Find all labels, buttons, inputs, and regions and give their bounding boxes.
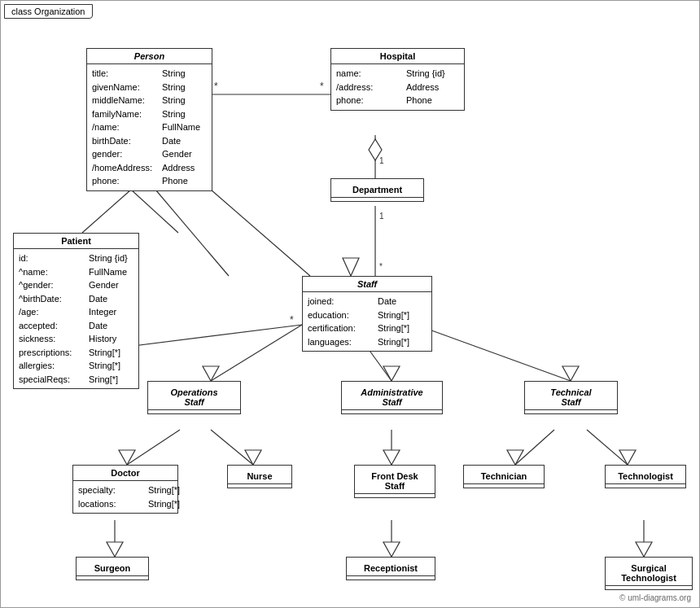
svg-marker-17	[203, 366, 219, 381]
front-desk-staff-class: Front DeskStaff	[354, 465, 435, 498]
technologist-title: Technologist	[606, 469, 685, 484]
patient-class: Patient id:String {id} ^name:FullName ^g…	[13, 233, 139, 389]
technical-staff-class: TechnicalStaff	[524, 381, 618, 414]
staff-title: Staff	[303, 277, 431, 292]
svg-text:*: *	[214, 81, 218, 92]
surgeon-class: Surgeon	[76, 557, 149, 580]
receptionist-title: Receptionist	[347, 561, 435, 576]
svg-marker-25	[245, 450, 261, 465]
copyright: © uml-diagrams.org	[619, 593, 691, 602]
surgeon-title: Surgeon	[77, 561, 148, 576]
staff-attrs: joined:Date education:String[*] certific…	[303, 292, 431, 351]
svg-marker-29	[507, 450, 523, 465]
front-desk-staff-title: Front DeskStaff	[355, 469, 435, 494]
technician-class: Technician	[463, 465, 545, 488]
department-title: Department	[331, 182, 423, 198]
doctor-title: Doctor	[73, 466, 177, 481]
patient-attrs: id:String {id} ^name:FullName ^gender:Ge…	[14, 249, 138, 388]
svg-line-28	[515, 430, 554, 465]
svg-marker-23	[119, 450, 135, 465]
svg-text:*: *	[379, 262, 383, 271]
doctor-class: Doctor specialty:String[*] locations:Str…	[72, 465, 178, 514]
svg-text:1: 1	[379, 212, 384, 221]
svg-line-22	[127, 430, 180, 465]
svg-marker-21	[562, 366, 579, 381]
operations-staff-class: OperationsStaff	[147, 381, 241, 414]
hospital-class: Hospital name:String {id} /address:Addre…	[330, 48, 465, 111]
svg-text:1: 1	[379, 156, 384, 165]
svg-marker-19	[383, 366, 400, 381]
patient-title: Patient	[14, 234, 138, 249]
department-class: Department	[330, 178, 424, 202]
person-class: Person title:String givenName:String mid…	[86, 48, 212, 191]
svg-line-16	[211, 325, 302, 381]
svg-line-20	[416, 325, 571, 381]
hospital-title: Hospital	[331, 49, 464, 64]
hospital-attrs: name:String {id} /address:Address phone:…	[331, 64, 464, 110]
technical-staff-title: TechnicalStaff	[525, 385, 617, 410]
svg-line-6	[155, 190, 229, 276]
nurse-class: Nurse	[227, 465, 292, 488]
admin-staff-title: AdministrativeStaff	[342, 385, 442, 410]
diagram-title: class Organization	[4, 4, 93, 19]
svg-marker-37	[636, 542, 652, 557]
svg-text:*: *	[320, 81, 324, 92]
svg-marker-27	[383, 450, 400, 465]
operations-staff-title: OperationsStaff	[148, 385, 240, 410]
nurse-title: Nurse	[228, 469, 291, 484]
admin-staff-class: AdministrativeStaff	[341, 381, 443, 414]
svg-marker-35	[383, 542, 400, 557]
svg-text:*: *	[290, 314, 294, 326]
svg-marker-8	[343, 258, 359, 276]
diagram-container: class Organization * * 1 * 1 *	[0, 0, 700, 608]
receptionist-class: Receptionist	[346, 557, 435, 580]
svg-line-30	[587, 430, 628, 465]
staff-class: Staff joined:Date education:String[*] ce…	[302, 276, 432, 352]
svg-line-4	[131, 190, 178, 233]
svg-marker-31	[619, 450, 636, 465]
svg-line-3	[82, 190, 131, 233]
svg-line-7	[211, 190, 310, 276]
technician-title: Technician	[464, 469, 544, 484]
doctor-attrs: specialty:String[*] locations:String[*]	[73, 481, 177, 513]
surgical-technologist-class: SurgicalTechnologist	[605, 557, 693, 590]
surgical-technologist-title: SurgicalTechnologist	[606, 561, 692, 586]
svg-line-24	[211, 430, 253, 465]
svg-marker-10	[369, 139, 382, 160]
svg-marker-33	[107, 542, 123, 557]
technologist-class: Technologist	[605, 465, 686, 488]
person-title: Person	[87, 49, 212, 64]
person-attrs: title:String givenName:String middleName…	[87, 64, 212, 190]
